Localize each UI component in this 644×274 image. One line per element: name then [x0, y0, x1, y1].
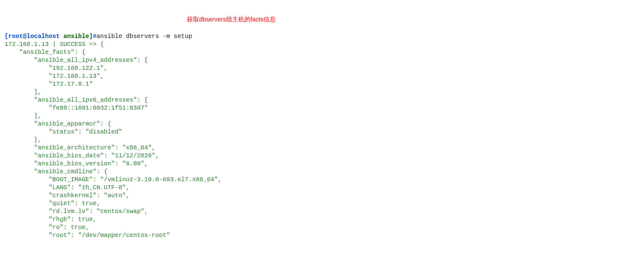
json-line: "root": "/dev/mapper/centos-root" [5, 232, 170, 239]
rd-lvm-lv-val: centos/swap [100, 208, 141, 215]
ipv4-addr-2: 172.17.0.1 [52, 81, 89, 88]
json-line: "fe80::1691:6032:1f51:83d7" [5, 104, 148, 111]
rhgb-val: true [78, 216, 93, 223]
ipv6-addr-0: fe80::1691:6032:1f51:83d7 [52, 104, 144, 111]
bios-date-val: 11/12/2020 [115, 152, 152, 159]
ipv4-key: ansible_all_ipv4_addresses [38, 57, 133, 64]
json-line: "ansible_all_ipv6_addresses": [ [5, 96, 148, 103]
ipv4-addr-1: 172.168.1.13 [52, 73, 97, 80]
json-line: "rd.lvm.lv": "centos/swap", [5, 208, 148, 215]
annotation-text: 获取dbservers组主机的facts信息 [187, 15, 276, 23]
arch-key: ansible_architecture [38, 144, 111, 151]
json-line: "ansible_all_ipv4_addresses": [ [5, 57, 148, 64]
arch-val: x86_64 [126, 144, 148, 151]
bios-ver-val: 6.00 [126, 160, 141, 167]
apparmor-key: ansible_apparmor [38, 120, 97, 127]
rd-lvm-lv-key: rd.lvm.lv [52, 208, 85, 215]
rhgb-key: rhgb [52, 216, 67, 223]
result-host-line: 172.168.1.13 | SUCCESS => { [5, 41, 104, 48]
json-line: "status": "disabled" [5, 128, 122, 135]
ipv4-addr-0: 192.168.122.1 [52, 65, 100, 72]
result-status: SUCCESS [60, 41, 85, 48]
result-ip: 172.168.1.13 [5, 41, 49, 48]
json-line: "quiet": true, [5, 200, 100, 207]
root-val: /dev/mapper/centos-root [82, 232, 166, 239]
cmdline-key: ansible_cmdline [38, 168, 93, 175]
quiet-key: quiet [52, 200, 71, 207]
json-line: "ansible_facts": { [5, 49, 85, 56]
root-key: root [52, 232, 67, 239]
json-line: "ansible_bios_version": "6.00", [5, 160, 148, 167]
lang-key: LANG [52, 184, 67, 191]
json-line: ], [5, 88, 41, 96]
prompt-user: [root@localhost [5, 33, 60, 40]
ro-val: true [71, 224, 85, 231]
apparmor-status-key: status [52, 128, 74, 135]
command-text[interactable]: ansible dbservers -m setup [97, 33, 192, 40]
bios-date-key: ansible_bios_date [38, 152, 100, 159]
json-line: "rhgb": true, [5, 216, 97, 223]
json-line: "ro": true, [5, 224, 89, 231]
quiet-val: true [82, 200, 97, 207]
lang-val: zh_CN.UTF-8 [82, 184, 122, 191]
json-line: "ansible_architecture": "x86_64", [5, 144, 155, 151]
json-line: "ansible_bios_date": "11/12/2020", [5, 152, 159, 159]
json-line: ], [5, 112, 41, 119]
prompt-hash: # [93, 33, 97, 40]
apparmor-status-val: disabled [89, 128, 119, 135]
bios-ver-key: ansible_bios_version [38, 160, 111, 167]
facts-key: ansible_facts [23, 49, 71, 56]
crashkernel-key: crashkernel [52, 192, 93, 199]
ipv6-key: ansible_all_ipv6_addresses [38, 96, 133, 103]
boot-image-val: /vmlinuz-3.10.0-693.el7.x86_64 [104, 176, 214, 183]
ro-key: ro [52, 224, 60, 231]
json-line: }, [5, 136, 41, 143]
json-line: "ansible_apparmor": { [5, 120, 111, 127]
json-line: "172.168.1.13", [5, 73, 104, 80]
terminal-prompt: [root@localhost ansible]# [5, 33, 97, 40]
json-line: "172.17.0.1" [5, 81, 93, 88]
json-line: "BOOT_IMAGE": "/vmlinuz-3.10.0-693.el7.x… [5, 176, 222, 183]
json-line: "ansible_cmdline": { [5, 168, 108, 175]
boot-image-key: BOOT_IMAGE [52, 176, 89, 183]
prompt-cwd: ansible] [60, 33, 93, 40]
json-line: "192.168.122.1", [5, 65, 108, 72]
json-line: "crashkernel": "auto", [5, 192, 130, 199]
crashkernel-val: auto [108, 192, 122, 199]
json-line: "LANG": "zh_CN.UTF-8", [5, 184, 130, 191]
